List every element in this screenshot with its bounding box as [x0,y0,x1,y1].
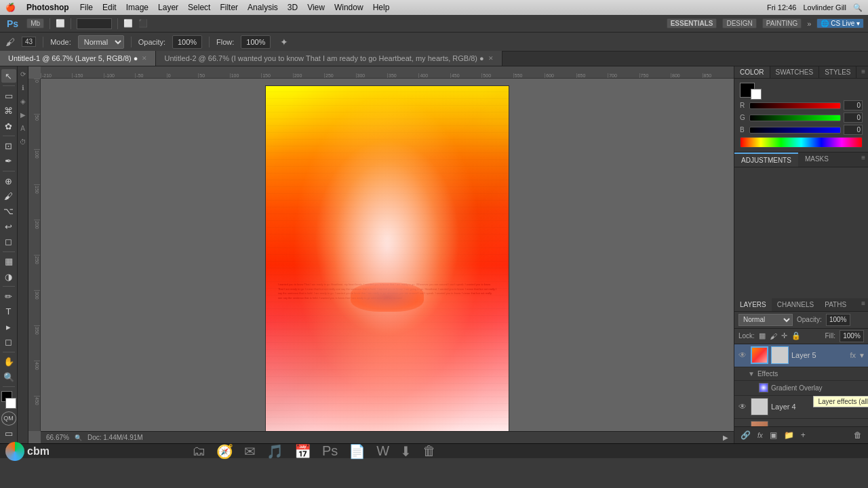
path-select-tool[interactable]: ▸ [1,320,16,333]
lock-move-icon[interactable]: ✛ [781,331,787,340]
screen-mode-button[interactable]: ▭ [1,427,16,441]
doc-tab-1[interactable]: Untitled-2 @ 66.7% (I wanted you to know… [156,51,502,66]
lock-all-icon[interactable]: 🔒 [791,331,801,340]
crop-tool[interactable]: ⊡ [1,139,16,152]
flow-input[interactable] [241,35,271,49]
arrange2-icon[interactable]: ⬛ [138,19,148,28]
safari-icon[interactable]: 🧭 [216,443,233,460]
add-mask-button[interactable]: ▣ [768,429,779,441]
photoshop-dock-icon[interactable]: Ps [322,443,338,459]
red-slider[interactable] [749,102,841,109]
mode-select[interactable]: Normal Multiply Screen [78,35,124,49]
canvas-background[interactable]: I wanted you to know That I am ready to … [41,79,734,431]
dodge-tool[interactable]: ◑ [1,270,16,283]
eraser-tool[interactable]: ◻ [1,235,16,248]
spectrum-bar[interactable] [740,137,863,148]
acrobat-icon[interactable]: 📄 [349,443,366,460]
fg-bg-swatches[interactable] [1,391,16,409]
clone-tool[interactable]: ⌥ [1,205,16,218]
opacity-value[interactable] [826,314,850,326]
bridge-button[interactable]: Mb [26,18,44,28]
fill-value[interactable] [840,330,864,342]
layer-item-3[interactable]: 👁 Layer 3 [734,419,868,427]
search-icon[interactable]: 🔍 [853,3,863,12]
eyedropper-tool[interactable]: ✒ [1,155,16,168]
color-panel-menu[interactable]: ≡ [859,66,868,78]
delete-layer-button[interactable]: 🗑 [852,429,864,441]
layer-item-4[interactable]: 👁 Layer 4 [734,396,868,419]
menu-app[interactable]: Photoshop [26,3,69,12]
gradient-tool[interactable]: ▦ [1,255,16,268]
play-button[interactable]: ▶ [723,434,728,441]
background-swatch[interactable] [751,89,762,100]
canvas-area[interactable]: -210 -150 -100 -50 0 50 100 150 200 250 … [28,66,734,443]
quick-mask-tool[interactable]: QM [1,411,16,426]
menu-file[interactable]: File [80,3,93,12]
chevron-down-icon[interactable]: ▼ [859,352,865,359]
layer-5-visibility[interactable]: 👁 [737,350,748,361]
shape-tool[interactable]: ◻ [1,335,16,348]
effects-expand-icon[interactable]: ▼ [748,370,755,378]
move-tool[interactable]: ↖ [1,69,16,83]
create-group-button[interactable]: 📁 [782,429,796,441]
arrange-icon[interactable]: ⬜ [123,19,133,28]
menu-image[interactable]: Image [126,3,149,12]
menu-edit[interactable]: Edit [102,3,117,12]
painting-button[interactable]: PAINTING [762,18,802,28]
info-icon[interactable]: ℹ [18,83,28,92]
layer-3-visibility[interactable]: 👁 [737,424,748,426]
menu-filter[interactable]: Filter [220,3,238,12]
brush-tool[interactable]: 🖌 [1,189,16,203]
tab-styles[interactable]: STYLES [819,66,856,78]
hand-tool[interactable]: ✋ [1,355,16,369]
menu-window[interactable]: Window [334,3,363,12]
layer-4-visibility[interactable]: 👁 [737,401,748,412]
apple-logo[interactable]: 🍎 [5,3,16,12]
menu-layer[interactable]: Layer [158,3,178,12]
chevron-right-icon[interactable]: » [807,20,811,28]
layer-item-5[interactable]: 👁 Layer 5 fx ▼ [734,344,868,367]
trash-icon[interactable]: 🗑 [422,443,436,459]
lock-brush-icon[interactable]: 🖌 [770,332,777,340]
airbrush-icon[interactable]: ✦ [280,37,288,47]
zoom-tool[interactable]: 🔍 [1,370,16,384]
tab-channels[interactable]: CHANNELS [772,298,819,311]
navigator-icon[interactable]: ◈ [18,96,28,106]
marquee-tool[interactable]: ▭ [1,89,16,102]
adj-panel-menu[interactable]: ≡ [859,152,868,167]
finder-icon[interactable]: 🗂 [192,443,205,459]
lasso-tool[interactable]: ⌘ [1,104,16,118]
quick-select-tool[interactable]: ✿ [1,119,16,133]
link-layers-button[interactable]: 🔗 [738,429,753,441]
healing-tool[interactable]: ⊕ [1,174,16,188]
tab-close-1[interactable]: ✕ [488,55,494,62]
create-layer-button[interactable]: + [799,429,808,441]
text-tool[interactable]: T [1,305,16,319]
g-value[interactable] [844,113,863,123]
actions-icon[interactable]: ▶ [18,110,28,119]
history-icon[interactable]: ⟳ [18,69,28,79]
cs-live-button[interactable]: 🌐 CS Live ▾ [816,18,864,28]
tab-paths[interactable]: PATHS [819,298,852,311]
mail-icon[interactable]: ✉ [244,443,256,460]
menu-analysis[interactable]: Analysis [248,3,278,12]
layers-panel-menu[interactable]: ≡ [859,298,868,311]
blue-slider[interactable] [749,127,841,134]
word-icon[interactable]: W [376,443,389,459]
zoom-input[interactable]: 66.7% [77,18,112,29]
menu-select[interactable]: Select [188,3,210,12]
lock-pixels-icon[interactable]: ▦ [759,331,766,340]
r-value[interactable] [844,100,863,110]
tab-color[interactable]: COLOR [734,66,770,78]
calendar-icon[interactable]: 📅 [294,443,311,460]
layer-5-fx-icon[interactable]: fx [850,351,856,359]
design-button[interactable]: DESIGN [722,18,756,28]
character-icon[interactable]: A [18,123,28,133]
green-slider[interactable] [749,115,841,121]
b-value[interactable] [844,125,863,135]
pen-tool[interactable]: ✏ [1,289,16,303]
tab-masks[interactable]: MASKS [798,152,835,167]
tool-preset-icon[interactable]: ⬜ [56,19,65,28]
tab-close-0[interactable]: ✕ [142,55,147,62]
essentials-button[interactable]: ESSENTIALS [667,18,717,28]
